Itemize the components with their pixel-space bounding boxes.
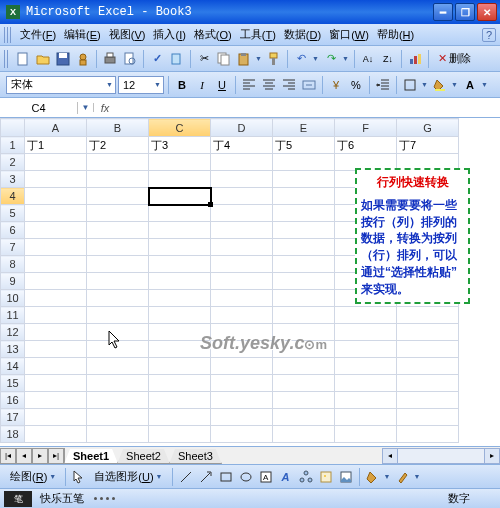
font-combo[interactable]: 宋体▼ — [6, 76, 116, 94]
line-button[interactable] — [177, 468, 195, 486]
cell[interactable] — [273, 426, 335, 443]
textbox-button[interactable]: A — [257, 468, 275, 486]
save-button[interactable] — [54, 50, 72, 68]
worksheet-area[interactable]: A B C D E F G 1丁1丁2丁3丁4丁5丁6丁723456789101… — [0, 118, 500, 446]
cell[interactable] — [211, 205, 273, 222]
cell[interactable] — [397, 341, 459, 358]
cell[interactable] — [149, 426, 211, 443]
cell[interactable]: 丁2 — [87, 137, 149, 154]
print-button[interactable] — [101, 50, 119, 68]
fillcolor-button[interactable] — [431, 76, 449, 94]
row-header[interactable]: 1 — [1, 137, 25, 154]
cell[interactable] — [87, 324, 149, 341]
cell[interactable] — [211, 188, 273, 205]
row-header[interactable]: 18 — [1, 426, 25, 443]
cell[interactable] — [273, 375, 335, 392]
col-header[interactable]: D — [211, 119, 273, 137]
namebox-dropdown[interactable]: ▼ — [78, 103, 94, 112]
diagram-button[interactable] — [297, 468, 315, 486]
cell[interactable] — [25, 239, 87, 256]
col-header[interactable]: E — [273, 119, 335, 137]
row-header[interactable]: 5 — [1, 205, 25, 222]
cell[interactable] — [397, 375, 459, 392]
bold-button[interactable]: B — [173, 76, 191, 94]
cell[interactable] — [335, 409, 397, 426]
research-button[interactable] — [168, 50, 186, 68]
cell[interactable]: 丁7 — [397, 137, 459, 154]
cell[interactable] — [25, 341, 87, 358]
cell[interactable] — [25, 273, 87, 290]
row-header[interactable]: 2 — [1, 154, 25, 171]
chart-button[interactable] — [406, 50, 424, 68]
cell[interactable] — [25, 188, 87, 205]
cell[interactable] — [87, 256, 149, 273]
minimize-button[interactable]: ━ — [433, 3, 453, 21]
col-header[interactable]: A — [25, 119, 87, 137]
cell[interactable] — [149, 290, 211, 307]
cell[interactable] — [211, 256, 273, 273]
undo-button[interactable]: ↶ — [292, 50, 310, 68]
spell-button[interactable]: ✓ — [148, 50, 166, 68]
hscroll-right[interactable]: ▸ — [484, 448, 500, 464]
cell[interactable] — [25, 324, 87, 341]
cell[interactable] — [397, 426, 459, 443]
oval-button[interactable] — [237, 468, 255, 486]
align-right-button[interactable] — [280, 76, 298, 94]
border-button[interactable] — [401, 76, 419, 94]
cell[interactable] — [211, 392, 273, 409]
cell[interactable] — [273, 239, 335, 256]
cell[interactable] — [211, 273, 273, 290]
cut-button[interactable]: ✂ — [195, 50, 213, 68]
cell[interactable] — [273, 358, 335, 375]
cell[interactable]: 丁1 — [25, 137, 87, 154]
underline-button[interactable]: U — [213, 76, 231, 94]
cell[interactable] — [211, 307, 273, 324]
preview-button[interactable] — [121, 50, 139, 68]
row-header[interactable]: 3 — [1, 171, 25, 188]
clipart-button[interactable] — [317, 468, 335, 486]
cell[interactable] — [87, 409, 149, 426]
cell[interactable] — [149, 256, 211, 273]
cell[interactable]: 丁3 — [149, 137, 211, 154]
cell[interactable] — [87, 426, 149, 443]
cell[interactable] — [87, 358, 149, 375]
cell[interactable] — [87, 375, 149, 392]
cell[interactable] — [335, 324, 397, 341]
cell[interactable] — [211, 324, 273, 341]
menu-view[interactable]: 视图(V) — [105, 25, 150, 44]
cell[interactable] — [87, 273, 149, 290]
cell[interactable] — [87, 341, 149, 358]
menu-edit[interactable]: 编辑(E) — [60, 25, 105, 44]
cell[interactable] — [149, 375, 211, 392]
cell[interactable] — [397, 409, 459, 426]
autoshapes-menu[interactable]: 自选图形(U)▼ — [90, 468, 167, 486]
cell[interactable] — [87, 188, 149, 205]
row-header[interactable]: 14 — [1, 358, 25, 375]
cell[interactable] — [149, 154, 211, 171]
cell[interactable] — [87, 239, 149, 256]
picture-button[interactable] — [337, 468, 355, 486]
cell[interactable] — [273, 154, 335, 171]
open-button[interactable] — [34, 50, 52, 68]
cell[interactable] — [273, 188, 335, 205]
cell[interactable] — [149, 358, 211, 375]
paste-button[interactable] — [235, 50, 253, 68]
col-header[interactable]: C — [149, 119, 211, 137]
cell[interactable] — [149, 171, 211, 188]
cell[interactable] — [335, 307, 397, 324]
cell[interactable] — [25, 171, 87, 188]
cell[interactable] — [397, 392, 459, 409]
cell[interactable] — [149, 307, 211, 324]
cell[interactable] — [25, 205, 87, 222]
cell[interactable] — [211, 409, 273, 426]
rectangle-button[interactable] — [217, 468, 235, 486]
help-input-icon[interactable]: ? — [482, 28, 496, 42]
cell[interactable] — [273, 273, 335, 290]
cell[interactable] — [335, 375, 397, 392]
cell[interactable] — [397, 324, 459, 341]
col-header[interactable]: B — [87, 119, 149, 137]
hscroll-track[interactable] — [398, 448, 484, 464]
cell[interactable] — [397, 307, 459, 324]
cell[interactable] — [149, 205, 211, 222]
cell[interactable] — [149, 341, 211, 358]
